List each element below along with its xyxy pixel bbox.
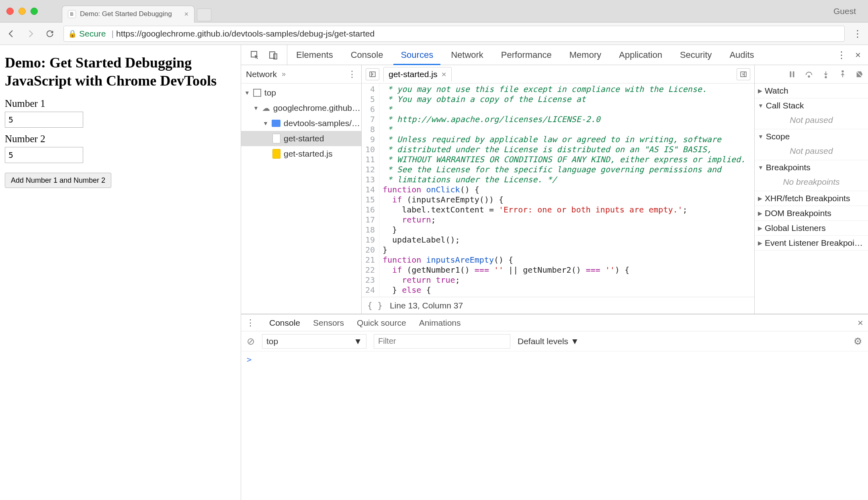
svg-point-10 (825, 76, 827, 78)
code-content[interactable]: * you may not use this file except in co… (379, 84, 754, 297)
drawer-tab-sensors[interactable]: Sensors (313, 318, 344, 328)
devtools-tab-application[interactable]: Application (610, 45, 671, 65)
drawer-menu-button[interactable]: ⋮ (246, 318, 255, 328)
disclosure-triangle-icon[interactable]: ▼ (758, 164, 764, 171)
disclosure-triangle-icon[interactable]: ▶ (758, 210, 762, 216)
profile-guest-label[interactable]: Guest (833, 6, 856, 16)
clear-console-button[interactable]: ⊘ (247, 336, 255, 347)
toggle-navigator-button[interactable] (366, 68, 379, 80)
disclosure-triangle-icon[interactable]: ▶ (758, 240, 762, 246)
svg-rect-7 (790, 71, 792, 77)
debugger-section-global-listeners[interactable]: ▶Global Listeners (755, 221, 868, 236)
drawer-tabstrip: ⋮ ConsoleSensorsQuick sourceAnimations × (241, 314, 868, 331)
devtools-menu-button[interactable]: ⋮ (837, 49, 846, 61)
console-filter-input[interactable] (374, 334, 510, 349)
devtools-tabstrip: ElementsConsoleSourcesNetworkPerformance… (241, 45, 868, 65)
tree-node-origin[interactable]: ▼ ☁ googlechrome.github… (241, 100, 361, 116)
demo-page: Demo: Get Started Debugging JavaScript w… (0, 45, 241, 500)
inspect-element-icon[interactable] (249, 49, 260, 61)
disclosure-triangle-icon[interactable]: ▶ (758, 195, 762, 202)
pretty-print-button[interactable]: { } (367, 301, 383, 310)
debugger-section-xhr-fetch-breakpoints[interactable]: ▶XHR/fetch Breakpoints (755, 191, 868, 206)
minimize-window-button[interactable] (18, 8, 26, 15)
browser-menu-button[interactable]: ⋮ (853, 28, 862, 39)
cursor-position: Line 13, Column 37 (390, 301, 463, 310)
disclosure-triangle-icon[interactable]: ▶ (758, 88, 762, 94)
close-tab-button[interactable]: × (184, 10, 188, 18)
add-button[interactable]: Add Number 1 and Number 2 (5, 173, 111, 188)
debugger-section-dom-breakpoints[interactable]: ▶DOM Breakpoints (755, 206, 868, 221)
toggle-device-toolbar-icon[interactable] (268, 49, 279, 61)
line-gutter[interactable]: 4 5 6 7 8 9 10 11 12 13 14 15 16 17 18 1… (362, 84, 379, 297)
editor-file-tab-label: get-started.js (389, 69, 437, 79)
devtools-tab-performance[interactable]: Performance (492, 45, 561, 65)
disclosure-triangle-icon[interactable]: ▼ (263, 120, 268, 127)
secure-label: Secure (79, 29, 106, 39)
disclosure-triangle-icon[interactable]: ▼ (253, 105, 259, 111)
input-number-1[interactable] (5, 112, 83, 128)
debugger-section-scope[interactable]: ▼ScopeNot paused (755, 129, 868, 160)
zoom-window-button[interactable] (31, 8, 38, 15)
devtools-panel: ElementsConsoleSourcesNetworkPerformance… (241, 45, 868, 500)
pause-button[interactable] (788, 70, 796, 79)
devtools-close-button[interactable]: × (855, 49, 861, 61)
browser-tab[interactable]: 🗎 Demo: Get Started Debugging × (62, 6, 194, 22)
page-title: Demo: Get Started Debugging JavaScript w… (5, 54, 236, 90)
tree-file-get-started-js[interactable]: get-started.js (241, 146, 361, 161)
devtools-tab-sources[interactable]: Sources (392, 45, 442, 65)
disclosure-triangle-icon[interactable]: ▼ (758, 102, 764, 109)
reload-button[interactable] (44, 28, 55, 39)
devtools-tab-audits[interactable]: Audits (721, 45, 763, 65)
step-over-button[interactable] (805, 70, 813, 79)
console-drawer: ⋮ ConsoleSensorsQuick sourceAnimations ×… (241, 314, 868, 500)
step-into-button[interactable] (821, 70, 830, 79)
deactivate-breakpoints-button[interactable] (855, 70, 864, 79)
label-number-2: Number 2 (5, 133, 236, 145)
drawer-tab-animations[interactable]: Animations (419, 318, 461, 328)
devtools-tab-memory[interactable]: Memory (561, 45, 610, 65)
debugger-section-watch[interactable]: ▶Watch (755, 84, 868, 98)
svg-point-11 (842, 70, 843, 72)
toggle-debugger-sidebar-button[interactable] (737, 68, 750, 80)
navigator-tree[interactable]: ▼ top ▼ ☁ googlechrome.github… ▼ devtool… (241, 84, 361, 314)
debugger-sidebar: ▶Watch▼Call StackNot paused▼ScopeNot pau… (755, 65, 868, 314)
drawer-tab-quick-source[interactable]: Quick source (357, 318, 406, 328)
url-text: https://googlechrome.github.io/devtools-… (116, 29, 375, 39)
folder-icon (272, 120, 280, 127)
input-number-2[interactable] (5, 147, 83, 163)
tree-file-get-started[interactable]: get-started (241, 131, 361, 146)
step-out-button[interactable] (838, 70, 847, 79)
source-editor: get-started.js × 4 5 6 7 8 9 10 11 12 13… (362, 65, 755, 314)
devtools-tab-network[interactable]: Network (442, 45, 492, 65)
close-file-tab-button[interactable]: × (441, 69, 446, 79)
drawer-tab-console[interactable]: Console (269, 318, 300, 328)
close-drawer-button[interactable]: × (858, 317, 863, 329)
debugger-section-breakpoints[interactable]: ▼BreakpointsNo breakpoints (755, 160, 868, 191)
console-input[interactable]: > (241, 351, 868, 500)
tree-node-folder[interactable]: ▼ devtools-samples/… (241, 116, 361, 131)
disclosure-triangle-icon[interactable]: ▼ (244, 90, 250, 96)
close-window-button[interactable] (6, 8, 14, 15)
editor-file-tab[interactable]: get-started.js × (383, 67, 452, 82)
back-button[interactable] (6, 28, 17, 39)
code-editor[interactable]: 4 5 6 7 8 9 10 11 12 13 14 15 16 17 18 1… (362, 84, 754, 297)
navigator-mode[interactable]: Network (246, 69, 277, 79)
address-bar[interactable]: 🔒 Secure | https://googlechrome.github.i… (63, 26, 845, 42)
navigator-menu-button[interactable]: ⋮ (348, 69, 356, 80)
disclosure-triangle-icon[interactable]: ▼ (758, 133, 764, 140)
debugger-section-call-stack[interactable]: ▼Call StackNot paused (755, 98, 868, 129)
navigator-more-tabs[interactable]: » (282, 70, 286, 78)
debugger-section-event-listener-breakpoi-[interactable]: ▶Event Listener Breakpoi… (755, 236, 868, 251)
devtools-tab-elements[interactable]: Elements (287, 45, 342, 65)
disclosure-triangle-icon[interactable]: ▶ (758, 225, 762, 231)
cloud-icon: ☁ (262, 103, 270, 113)
console-levels-select[interactable]: Default levels ▼ (518, 337, 579, 346)
forward-button[interactable] (25, 28, 36, 39)
debugger-toolbar (755, 65, 868, 84)
tree-node-top[interactable]: ▼ top (241, 85, 361, 100)
new-tab-button[interactable] (197, 8, 211, 21)
devtools-tab-security[interactable]: Security (671, 45, 721, 65)
console-context-select[interactable]: top ▼ (262, 334, 366, 349)
devtools-tab-console[interactable]: Console (342, 45, 392, 65)
console-settings-button[interactable]: ⚙ (854, 336, 862, 347)
